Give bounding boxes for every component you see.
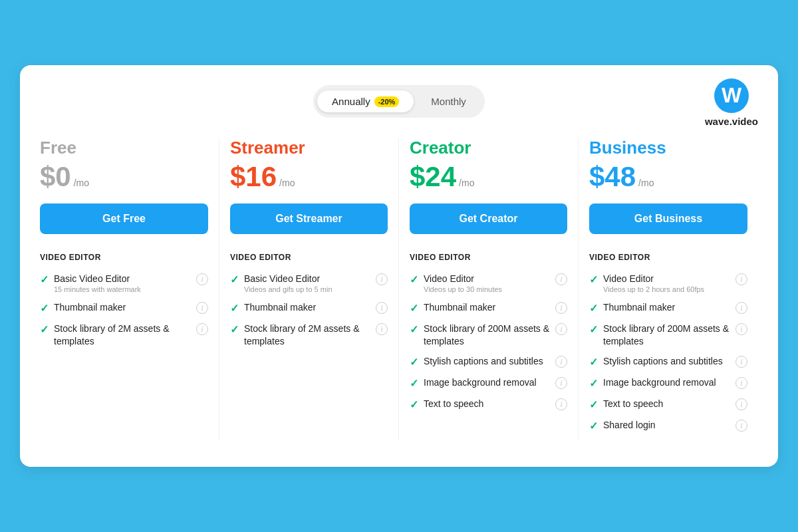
logo-area: W wave.video <box>705 78 758 127</box>
annually-toggle[interactable]: Annually -20% <box>317 90 414 112</box>
feature-text-wrap: Text to speech <box>424 398 550 410</box>
annually-label: Annually <box>332 96 370 107</box>
info-icon[interactable]: i <box>555 356 567 368</box>
plan-name-streamer: Streamer <box>230 138 388 158</box>
feature-text: Shared login <box>603 419 730 431</box>
feature-text: Text to speech <box>603 398 730 410</box>
check-icon: ✓ <box>410 356 418 368</box>
feature-text: Stock library of 2M assets & templates <box>54 323 191 346</box>
feature-item: ✓Stock library of 200M assets & template… <box>410 323 567 346</box>
feature-item: ✓Stock library of 2M assets & templatesi <box>230 323 388 346</box>
feature-text-wrap: Stock library of 2M assets & templates <box>54 323 191 346</box>
check-icon: ✓ <box>589 377 598 390</box>
check-icon: ✓ <box>40 273 49 286</box>
plan-btn-business[interactable]: Get Business <box>589 203 747 234</box>
monthly-toggle[interactable]: Monthly <box>416 90 481 112</box>
plan-btn-free[interactable]: Get Free <box>40 203 208 234</box>
feature-item: ✓Text to speechi <box>410 398 567 411</box>
feature-item: ✓Stylish captions and subtitlesi <box>410 355 567 368</box>
feature-item: ✓Stock library of 2M assets & templatesi <box>40 323 208 346</box>
section-title-free: VIDEO EDITOR <box>40 253 208 262</box>
feature-text-wrap: Thumbnail maker <box>424 301 550 313</box>
feature-text-wrap: Stock library of 2M assets & templates <box>244 323 370 346</box>
svg-text:W: W <box>722 83 742 107</box>
feature-sub-text: Videos up to 30 minutes <box>424 285 550 293</box>
info-icon[interactable]: i <box>376 323 388 335</box>
plan-price-business: $48 <box>589 161 636 193</box>
plan-per-business: /mo <box>638 178 654 188</box>
plan-per-creator: /mo <box>459 178 474 188</box>
outer-border: Annually -20% Monthly W wave.video Free$… <box>0 0 798 532</box>
info-icon[interactable]: i <box>555 323 567 335</box>
feature-text: Thumbnail maker <box>603 301 730 313</box>
info-icon[interactable]: i <box>735 398 747 410</box>
plans-grid: Free$0/moGet FreeVIDEO EDITOR✓Basic Vide… <box>40 138 758 440</box>
feature-text: Thumbnail maker <box>424 301 550 313</box>
section-title-business: VIDEO EDITOR <box>589 253 747 262</box>
plan-price-free: $0 <box>40 161 71 193</box>
info-icon[interactable]: i <box>735 323 747 335</box>
feature-text: Stock library of 2M assets & templates <box>244 323 370 346</box>
feature-item: ✓Stock library of 200M assets & template… <box>589 323 747 346</box>
plan-col-creator: Creator$24/moGet CreatorVIDEO EDITOR✓Vid… <box>399 138 579 440</box>
check-icon: ✓ <box>40 302 49 315</box>
info-icon[interactable]: i <box>735 420 747 432</box>
main-card: Annually -20% Monthly W wave.video Free$… <box>20 65 778 467</box>
plan-price-row-business: $48/mo <box>589 161 747 193</box>
info-icon[interactable]: i <box>735 377 747 389</box>
feature-item: ✓Thumbnail makeri <box>40 301 208 315</box>
feature-text-wrap: Video EditorVideos up to 30 minutes <box>424 273 550 293</box>
feature-text: Thumbnail maker <box>54 301 191 313</box>
check-icon: ✓ <box>230 273 239 286</box>
feature-item: ✓Basic Video Editor15 minutes with water… <box>40 273 208 293</box>
info-icon[interactable]: i <box>735 356 747 368</box>
feature-text-wrap: Image background removal <box>603 376 730 388</box>
billing-toggle[interactable]: Annually -20% Monthly <box>313 85 485 118</box>
info-icon[interactable]: i <box>555 398 567 410</box>
plan-btn-creator[interactable]: Get Creator <box>410 203 567 234</box>
feature-text-wrap: Stylish captions and subtitles <box>603 355 730 367</box>
feature-text-wrap: Shared login <box>603 419 730 431</box>
check-icon: ✓ <box>410 302 418 315</box>
check-icon: ✓ <box>230 302 239 315</box>
feature-text-wrap: Thumbnail maker <box>244 301 370 313</box>
feature-text: Video Editor <box>603 273 730 285</box>
info-icon[interactable]: i <box>555 302 567 314</box>
info-icon[interactable]: i <box>735 302 747 314</box>
info-icon[interactable]: i <box>376 302 388 314</box>
plan-per-streamer: /mo <box>279 178 295 188</box>
plan-price-streamer: $16 <box>230 161 277 193</box>
info-icon[interactable]: i <box>196 273 208 285</box>
plan-name-creator: Creator <box>410 138 567 158</box>
feature-text: Stock library of 200M assets & templates <box>603 323 730 346</box>
monthly-label: Monthly <box>431 96 466 107</box>
plan-price-row-creator: $24/mo <box>410 161 567 193</box>
check-icon: ✓ <box>410 323 418 336</box>
info-icon[interactable]: i <box>376 273 388 285</box>
feature-text: Stylish captions and subtitles <box>603 355 730 367</box>
section-title-creator: VIDEO EDITOR <box>410 253 567 262</box>
feature-text: Basic Video Editor <box>244 273 370 285</box>
info-icon[interactable]: i <box>555 273 567 285</box>
feature-text: Thumbnail maker <box>244 301 370 313</box>
feature-item: ✓Thumbnail makeri <box>410 301 567 315</box>
check-icon: ✓ <box>40 323 49 336</box>
check-icon: ✓ <box>410 398 418 411</box>
info-icon[interactable]: i <box>735 273 747 285</box>
feature-text: Image background removal <box>424 376 550 388</box>
feature-text: Text to speech <box>424 398 550 410</box>
feature-text-wrap: Stock library of 200M assets & templates <box>603 323 730 346</box>
feature-item: ✓Image background removali <box>410 376 567 390</box>
info-icon[interactable]: i <box>555 377 567 389</box>
feature-text-wrap: Thumbnail maker <box>54 301 191 313</box>
plan-per-free: /mo <box>74 178 89 188</box>
feature-item: ✓Thumbnail makeri <box>589 301 747 315</box>
info-icon[interactable]: i <box>196 323 208 335</box>
info-icon[interactable]: i <box>196 302 208 314</box>
plan-btn-streamer[interactable]: Get Streamer <box>230 203 388 234</box>
feature-text: Video Editor <box>424 273 550 285</box>
feature-text: Basic Video Editor <box>54 273 191 285</box>
feature-item: ✓Image background removali <box>589 376 747 390</box>
feature-text-wrap: Basic Video Editor15 minutes with waterm… <box>54 273 191 293</box>
plan-col-business: Business$48/moGet BusinessVIDEO EDITOR✓V… <box>579 138 758 440</box>
